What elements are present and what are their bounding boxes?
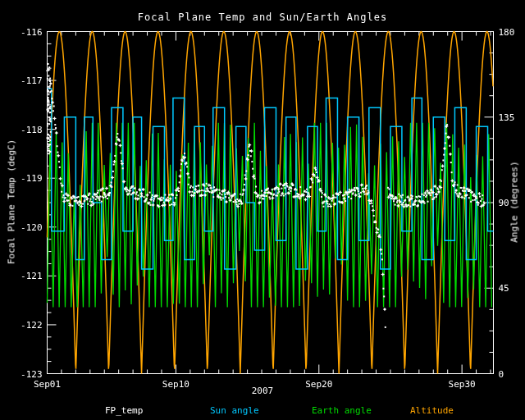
- left-axis-title: Focal Plane Temp (degC): [7, 139, 17, 264]
- right-axis-title: Angle (degrees): [509, 161, 520, 242]
- chart-title: Focal Plane Temp and Sun/Earth Angles: [0, 11, 525, 23]
- legend-sun-angle: Sun angle: [210, 405, 259, 416]
- legend-fp-temp: FP_temp: [105, 405, 143, 416]
- legend-altitude: Altitude: [410, 405, 454, 416]
- chart-figure: Focal Plane Temp and Sun/Earth Angles Fo…: [0, 0, 525, 420]
- legend-earth-angle: Earth angle: [312, 405, 372, 416]
- chart-canvas: [0, 0, 525, 420]
- x-axis-year-label: 2007: [0, 386, 525, 396]
